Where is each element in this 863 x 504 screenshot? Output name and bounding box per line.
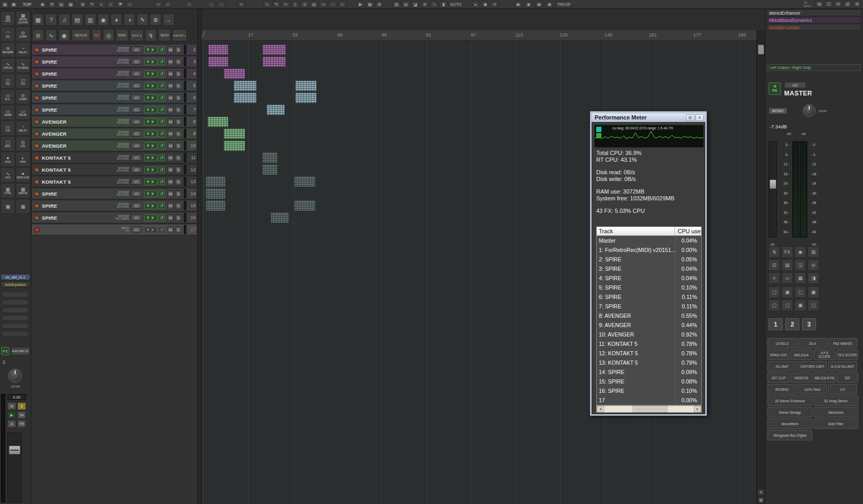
route-icon[interactable]: →: [163, 14, 174, 26]
panel-splitter[interactable]: [197, 9, 202, 504]
plugin-button[interactable]: DR: [836, 373, 858, 383]
fx-power-button[interactable]: ↺: [158, 82, 165, 89]
record-arm-button[interactable]: [34, 71, 40, 77]
plugin-shortcut-button[interactable]: ▢ BOX: [1, 136, 15, 151]
search-icon[interactable]: ○: [126, 1, 134, 8]
cpu-table-row[interactable]: 17 0.00%: [597, 395, 701, 405]
grid-toggle-icon[interactable]: #: [491, 1, 499, 8]
scrollbar-thumb[interactable]: [633, 406, 667, 412]
automation-icon[interactable]: ∿: [430, 1, 438, 8]
io-button[interactable]: I/O: [131, 226, 142, 233]
auto-mode-button[interactable]: AUTO: [449, 1, 463, 8]
mini-toggle-button[interactable]: S: [17, 402, 26, 410]
routing-button[interactable]: MASTER ROUTING: [111, 83, 129, 89]
piano-icon[interactable]: ▤: [72, 14, 83, 26]
spire-preset-button[interactable]: ire_x64_v1.1: [1, 274, 30, 280]
cpu-table-row[interactable]: 13: KONTAKT 5 0.79%: [597, 358, 701, 367]
mute-button[interactable]: M: [167, 154, 174, 161]
scrollbar-thumb[interactable]: [758, 45, 764, 54]
fx-button[interactable]: F X: [144, 106, 157, 113]
track-row[interactable]: KONTAKT 5 MASTER ROUTING I/O F X ↺ M S 1…: [31, 164, 197, 175]
fx-power-button[interactable]: ↺: [158, 130, 165, 137]
plugin-shortcut-button[interactable]: ▭ EQ: [16, 74, 30, 89]
track-row[interactable]: SPIRE MASTER ROUTING I/O F X ↺ M S 4: [31, 68, 197, 79]
fx-button[interactable]: F X: [144, 190, 157, 197]
master-gain-readout[interactable]: -7.34dB: [770, 124, 787, 129]
mic-icon[interactable]: ♦: [111, 14, 122, 26]
track-row[interactable]: AVENGER MASTER ROUTING I/O F X ↺ M S 9: [31, 128, 197, 139]
fx-chain-slot[interactable]: Invisible Limiter: [767, 24, 861, 31]
solo-button[interactable]: S: [175, 154, 182, 161]
fx-button[interactable]: F X: [144, 178, 157, 185]
mute-button[interactable]: M: [167, 94, 174, 101]
track-name[interactable]: AVENGER: [42, 119, 111, 125]
autoequalizer-button[interactable]: AutoEqualizer: [1, 281, 30, 287]
knob-icon[interactable]: ◉: [58, 29, 70, 41]
io-button[interactable]: I/O: [131, 46, 142, 53]
cursor-tool-icon[interactable]: ▶: [357, 1, 364, 8]
mono-button[interactable]: MONO: [769, 107, 787, 114]
spark-icon[interactable]: ↯: [145, 29, 157, 41]
cpu-table-row[interactable]: 12: KONTAKT 5 0.78%: [597, 349, 701, 358]
media-item-icon[interactable]: ▥: [393, 1, 400, 8]
gain-readout[interactable]: 0.00: [7, 394, 26, 400]
mini-toggle-button[interactable]: ▶: [7, 411, 16, 419]
plugin-button[interactable]: TEX SCOPE: [836, 350, 858, 360]
vocalist-icon[interactable]: ◑: [124, 14, 135, 26]
record-arm-button[interactable]: [34, 107, 40, 113]
track-row[interactable]: SPIRE MASTER ROUTING I/O F X ↺ M S 15: [31, 200, 197, 211]
crossfade-icon[interactable]: ◪: [411, 1, 419, 8]
io-button[interactable]: I/O: [131, 154, 142, 161]
plugin-button[interactable]: LEVELS: [767, 338, 797, 349]
track-name[interactable]: SPIRE: [42, 107, 111, 113]
mute-button[interactable]: M: [167, 214, 174, 221]
fx-power-button[interactable]: ↺: [158, 142, 165, 149]
plugin-button[interactable]: JST CLIP: [767, 373, 789, 383]
io-button[interactable]: I/O: [131, 94, 142, 101]
cpu-table-row[interactable]: 9: AVENGER 0.44%: [597, 320, 701, 330]
master-io-button[interactable]: I/O: [784, 82, 806, 88]
plugin-button[interactable]: Side Filter: [813, 418, 858, 429]
theme-icon[interactable]: ◐: [98, 1, 105, 8]
solo-button[interactable]: S: [175, 190, 182, 197]
cpu-table-row[interactable]: Master 0.04%: [597, 236, 701, 245]
cpu-table-row[interactable]: 10: AVENGER 0.92%: [597, 330, 701, 339]
routing-button[interactable]: MASTER ROUTING: [111, 155, 129, 161]
cpu-table-row[interactable]: 11: KONTAKT 5 0.78%: [597, 339, 701, 349]
lane-icon[interactable]: ≣: [375, 1, 383, 8]
midi-clip[interactable]: [262, 44, 286, 55]
fx-power-button[interactable]: ↺: [158, 190, 165, 197]
cpu-table-row[interactable]: 6: SPIRE 0.11%: [597, 292, 701, 302]
plugin-shortcut-button[interactable]: ◎ COMP: [16, 89, 30, 104]
fx-button[interactable]: F X: [144, 118, 157, 125]
track-name[interactable]: AVENGER: [42, 131, 111, 137]
help-icon[interactable]: ?: [45, 14, 57, 26]
master-fx-power-button[interactable]: ↺ FX: [769, 82, 781, 95]
preset-folder-icon[interactable]: ▣: [795, 299, 806, 311]
mute-button[interactable]: M: [167, 226, 174, 233]
mute-button[interactable]: M: [167, 142, 174, 149]
solo-button[interactable]: S: [175, 58, 182, 65]
mini-toggle-button[interactable]: TR: [17, 420, 26, 428]
window-control-icon[interactable]: ▤: [844, 1, 852, 7]
window-control-icon[interactable]: ▤: [815, 1, 823, 7]
record-arm-button[interactable]: [34, 47, 40, 53]
fx-button[interactable]: F X: [144, 154, 157, 161]
master-fader[interactable]: [7, 433, 22, 502]
fader-thumb[interactable]: [9, 446, 20, 454]
track-row[interactable]: SPIRE MASTER ROUTING I/O F X ↺ M S 6: [31, 92, 197, 103]
fx-power-button[interactable]: ↺: [158, 118, 165, 125]
envelope-lane[interactable]: [2, 315, 28, 321]
plugin-button[interactable]: V.P.S SCOPE: [813, 350, 835, 360]
vertical-scrollbar[interactable]: ▼ ▦: [756, 30, 765, 504]
column-track[interactable]: Track: [597, 227, 675, 235]
record-arm-button[interactable]: [34, 119, 40, 125]
plugin-button[interactable]: OXFORD LIMIT: [798, 361, 827, 371]
cpu-table-row[interactable]: 5: SPIRE 0.10%: [597, 283, 701, 292]
window-icon[interactable]: ▣: [10, 1, 18, 8]
plugin-shortcut-button[interactable]: ▭ EQ: [1, 74, 15, 89]
plugin-shortcut-button[interactable]: ∿ LFO: [1, 167, 15, 183]
knob-2[interactable]: ◉: [525, 1, 533, 8]
routing-button[interactable]: MASTER ROUTING: [111, 59, 129, 65]
plugin-button[interactable]: KRATOS: [790, 373, 812, 383]
